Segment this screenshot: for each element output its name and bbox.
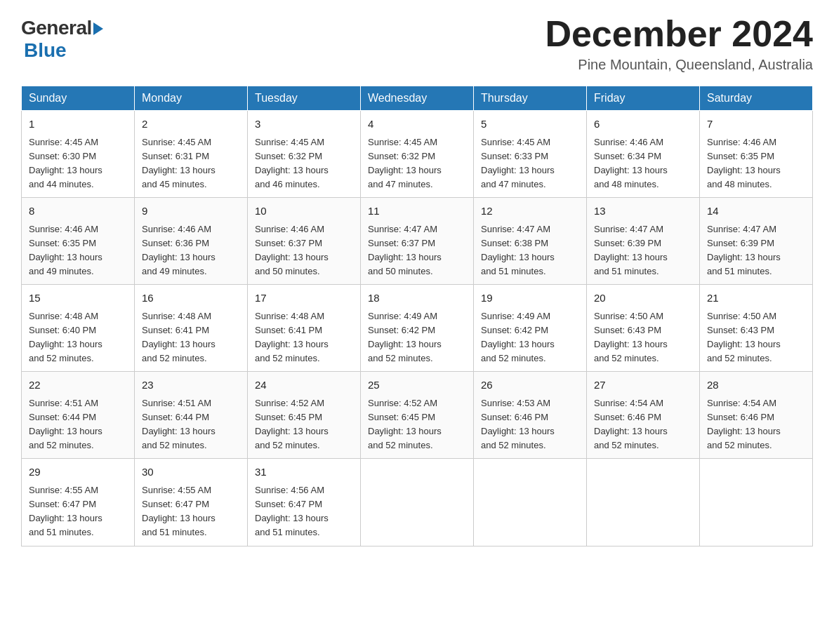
calendar-cell: 23Sunrise: 4:51 AMSunset: 6:44 PMDayligh…	[135, 372, 248, 459]
calendar-cell: 7Sunrise: 4:46 AMSunset: 6:35 PMDaylight…	[700, 111, 813, 198]
calendar-cell: 21Sunrise: 4:50 AMSunset: 6:43 PMDayligh…	[700, 285, 813, 372]
calendar-week-row: 22Sunrise: 4:51 AMSunset: 6:44 PMDayligh…	[22, 372, 813, 459]
day-number: 31	[255, 464, 353, 481]
day-number: 30	[142, 464, 240, 481]
month-title: December 2024	[545, 14, 813, 54]
day-info: Sunrise: 4:48 AMSunset: 6:41 PMDaylight:…	[255, 309, 353, 366]
day-info: Sunrise: 4:55 AMSunset: 6:47 PMDaylight:…	[29, 483, 127, 540]
day-number: 17	[255, 290, 353, 307]
calendar-cell: 29Sunrise: 4:55 AMSunset: 6:47 PMDayligh…	[22, 459, 135, 546]
day-info: Sunrise: 4:50 AMSunset: 6:43 PMDaylight:…	[707, 309, 805, 366]
day-number: 29	[29, 464, 127, 481]
day-info: Sunrise: 4:54 AMSunset: 6:46 PMDaylight:…	[707, 396, 805, 453]
day-info: Sunrise: 4:45 AMSunset: 6:32 PMDaylight:…	[368, 135, 466, 192]
day-info: Sunrise: 4:54 AMSunset: 6:46 PMDaylight:…	[594, 396, 692, 453]
calendar-cell: 30Sunrise: 4:55 AMSunset: 6:47 PMDayligh…	[135, 459, 248, 546]
day-info: Sunrise: 4:46 AMSunset: 6:34 PMDaylight:…	[594, 135, 692, 192]
calendar-cell: 17Sunrise: 4:48 AMSunset: 6:41 PMDayligh…	[248, 285, 361, 372]
day-number: 28	[707, 377, 805, 394]
calendar-cell: 22Sunrise: 4:51 AMSunset: 6:44 PMDayligh…	[22, 372, 135, 459]
day-number: 19	[481, 290, 579, 307]
day-info: Sunrise: 4:46 AMSunset: 6:37 PMDaylight:…	[255, 222, 353, 279]
day-number: 10	[255, 203, 353, 220]
day-number: 24	[255, 377, 353, 394]
calendar-cell: 19Sunrise: 4:49 AMSunset: 6:42 PMDayligh…	[474, 285, 587, 372]
calendar-cell: 5Sunrise: 4:45 AMSunset: 6:33 PMDaylight…	[474, 111, 587, 198]
col-monday: Monday	[135, 86, 248, 111]
day-number: 27	[594, 377, 692, 394]
calendar-cell: 8Sunrise: 4:46 AMSunset: 6:35 PMDaylight…	[22, 198, 135, 285]
day-number: 22	[29, 377, 127, 394]
calendar-week-row: 15Sunrise: 4:48 AMSunset: 6:40 PMDayligh…	[22, 285, 813, 372]
logo-triangle-icon	[93, 22, 103, 35]
day-number: 11	[368, 203, 466, 220]
col-saturday: Saturday	[700, 86, 813, 111]
day-number: 23	[142, 377, 240, 394]
day-info: Sunrise: 4:45 AMSunset: 6:31 PMDaylight:…	[142, 135, 240, 192]
col-wednesday: Wednesday	[361, 86, 474, 111]
day-number: 15	[29, 290, 127, 307]
day-number: 5	[481, 116, 579, 133]
calendar-cell: 13Sunrise: 4:47 AMSunset: 6:39 PMDayligh…	[587, 198, 700, 285]
title-area: December 2024 Pine Mountain, Queensland,…	[545, 14, 813, 73]
day-info: Sunrise: 4:47 AMSunset: 6:39 PMDaylight:…	[594, 222, 692, 279]
page-header: General Blue December 2024 Pine Mountain…	[21, 14, 813, 73]
calendar-cell: 3Sunrise: 4:45 AMSunset: 6:32 PMDaylight…	[248, 111, 361, 198]
day-number: 6	[594, 116, 692, 133]
calendar-week-row: 8Sunrise: 4:46 AMSunset: 6:35 PMDaylight…	[22, 198, 813, 285]
day-number: 18	[368, 290, 466, 307]
day-info: Sunrise: 4:47 AMSunset: 6:37 PMDaylight:…	[368, 222, 466, 279]
col-thursday: Thursday	[474, 86, 587, 111]
day-number: 26	[481, 377, 579, 394]
col-friday: Friday	[587, 86, 700, 111]
calendar-week-row: 29Sunrise: 4:55 AMSunset: 6:47 PMDayligh…	[22, 459, 813, 546]
calendar-cell: 18Sunrise: 4:49 AMSunset: 6:42 PMDayligh…	[361, 285, 474, 372]
calendar-cell: 28Sunrise: 4:54 AMSunset: 6:46 PMDayligh…	[700, 372, 813, 459]
day-info: Sunrise: 4:52 AMSunset: 6:45 PMDaylight:…	[255, 396, 353, 453]
calendar-cell: 12Sunrise: 4:47 AMSunset: 6:38 PMDayligh…	[474, 198, 587, 285]
day-number: 1	[29, 116, 127, 133]
calendar-cell: 2Sunrise: 4:45 AMSunset: 6:31 PMDaylight…	[135, 111, 248, 198]
day-number: 25	[368, 377, 466, 394]
calendar-cell: 15Sunrise: 4:48 AMSunset: 6:40 PMDayligh…	[22, 285, 135, 372]
calendar-cell: 16Sunrise: 4:48 AMSunset: 6:41 PMDayligh…	[135, 285, 248, 372]
col-sunday: Sunday	[22, 86, 135, 111]
day-info: Sunrise: 4:47 AMSunset: 6:38 PMDaylight:…	[481, 222, 579, 279]
day-number: 3	[255, 116, 353, 133]
day-info: Sunrise: 4:52 AMSunset: 6:45 PMDaylight:…	[368, 396, 466, 453]
day-info: Sunrise: 4:46 AMSunset: 6:35 PMDaylight:…	[29, 222, 127, 279]
day-number: 12	[481, 203, 579, 220]
calendar-cell: 9Sunrise: 4:46 AMSunset: 6:36 PMDaylight…	[135, 198, 248, 285]
logo: General Blue	[21, 14, 103, 62]
calendar-cell: 27Sunrise: 4:54 AMSunset: 6:46 PMDayligh…	[587, 372, 700, 459]
calendar-table: Sunday Monday Tuesday Wednesday Thursday…	[21, 86, 813, 546]
calendar-cell: 4Sunrise: 4:45 AMSunset: 6:32 PMDaylight…	[361, 111, 474, 198]
logo-blue-text: Blue	[24, 39, 67, 61]
day-info: Sunrise: 4:50 AMSunset: 6:43 PMDaylight:…	[594, 309, 692, 366]
calendar-cell	[361, 459, 474, 546]
calendar-week-row: 1Sunrise: 4:45 AMSunset: 6:30 PMDaylight…	[22, 111, 813, 198]
day-number: 9	[142, 203, 240, 220]
day-info: Sunrise: 4:48 AMSunset: 6:41 PMDaylight:…	[142, 309, 240, 366]
day-number: 2	[142, 116, 240, 133]
location-subtitle: Pine Mountain, Queensland, Australia	[545, 57, 813, 73]
day-info: Sunrise: 4:46 AMSunset: 6:36 PMDaylight:…	[142, 222, 240, 279]
day-info: Sunrise: 4:53 AMSunset: 6:46 PMDaylight:…	[481, 396, 579, 453]
logo-general-text: General	[21, 17, 92, 39]
day-info: Sunrise: 4:56 AMSunset: 6:47 PMDaylight:…	[255, 483, 353, 540]
day-info: Sunrise: 4:49 AMSunset: 6:42 PMDaylight:…	[368, 309, 466, 366]
col-tuesday: Tuesday	[248, 86, 361, 111]
calendar-cell	[587, 459, 700, 546]
calendar-cell: 26Sunrise: 4:53 AMSunset: 6:46 PMDayligh…	[474, 372, 587, 459]
day-number: 21	[707, 290, 805, 307]
calendar-cell: 1Sunrise: 4:45 AMSunset: 6:30 PMDaylight…	[22, 111, 135, 198]
calendar-cell: 14Sunrise: 4:47 AMSunset: 6:39 PMDayligh…	[700, 198, 813, 285]
calendar-header-row: Sunday Monday Tuesday Wednesday Thursday…	[22, 86, 813, 111]
day-info: Sunrise: 4:51 AMSunset: 6:44 PMDaylight:…	[142, 396, 240, 453]
calendar-cell	[700, 459, 813, 546]
day-info: Sunrise: 4:55 AMSunset: 6:47 PMDaylight:…	[142, 483, 240, 540]
day-info: Sunrise: 4:49 AMSunset: 6:42 PMDaylight:…	[481, 309, 579, 366]
day-info: Sunrise: 4:45 AMSunset: 6:33 PMDaylight:…	[481, 135, 579, 192]
day-number: 14	[707, 203, 805, 220]
day-number: 20	[594, 290, 692, 307]
